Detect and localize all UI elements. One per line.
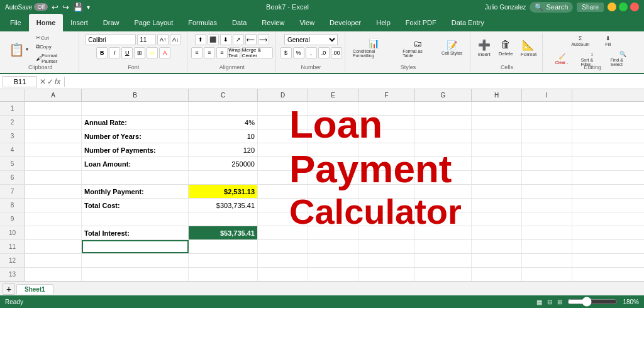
tab-view[interactable]: View bbox=[292, 14, 322, 31]
format-table-button[interactable]: 🗂 Format as Table bbox=[400, 37, 435, 59]
cell-e6[interactable] bbox=[308, 171, 358, 184]
cell-h12[interactable] bbox=[472, 254, 522, 267]
fill-button[interactable]: ⬇ Fill bbox=[597, 34, 619, 48]
tab-foxit[interactable]: Foxit PDF bbox=[398, 14, 444, 31]
cell-i9[interactable] bbox=[522, 212, 572, 226]
cell-e12[interactable] bbox=[308, 254, 358, 267]
cut-button[interactable]: ✂ Cut bbox=[34, 34, 75, 41]
col-header-i[interactable]: I bbox=[522, 89, 572, 101]
cell-e1[interactable] bbox=[308, 102, 358, 115]
cell-d10[interactable] bbox=[258, 226, 308, 239]
indent-decrease[interactable]: ⟵ bbox=[245, 34, 257, 45]
cell-b5[interactable]: Loan Amount: bbox=[82, 157, 189, 170]
cell-e4[interactable] bbox=[308, 143, 358, 156]
cell-g7[interactable] bbox=[415, 185, 472, 198]
cell-e10[interactable] bbox=[308, 226, 358, 239]
tab-developer[interactable]: Developer bbox=[322, 14, 369, 31]
maximize-button[interactable] bbox=[619, 3, 628, 11]
col-header-e[interactable]: E bbox=[308, 89, 358, 101]
insert-button[interactable]: ➕ Insert bbox=[475, 38, 494, 58]
cell-d5[interactable] bbox=[258, 157, 308, 170]
cell-c10[interactable]: $53,735.41 bbox=[189, 226, 258, 239]
cell-h5[interactable] bbox=[472, 157, 522, 170]
cell-i5[interactable] bbox=[522, 157, 572, 170]
cell-f8[interactable] bbox=[358, 199, 415, 212]
tab-data[interactable]: Data bbox=[225, 14, 254, 31]
merge-center-button[interactable]: Merge & Center bbox=[242, 47, 273, 58]
cell-h8[interactable] bbox=[472, 199, 522, 212]
paste-button[interactable]: 📋 ▾ bbox=[6, 34, 33, 65]
conditional-formatting-button[interactable]: 📊 Conditional Formatting bbox=[350, 37, 397, 59]
col-header-b[interactable]: B bbox=[82, 89, 189, 101]
cell-d4[interactable] bbox=[258, 143, 308, 156]
cell-e9[interactable] bbox=[308, 212, 358, 226]
insert-function-icon[interactable]: fx bbox=[55, 77, 60, 86]
cell-f9[interactable] bbox=[358, 212, 415, 226]
col-header-d[interactable]: D bbox=[258, 89, 308, 101]
cell-g1[interactable] bbox=[415, 102, 472, 115]
cell-e2[interactable] bbox=[308, 116, 358, 129]
cell-h6[interactable] bbox=[472, 171, 522, 184]
cell-b10[interactable]: Total Interest: bbox=[82, 226, 189, 239]
cell-b6[interactable] bbox=[82, 171, 189, 184]
cell-f11[interactable] bbox=[358, 240, 415, 253]
tab-page-layout[interactable]: Page Layout bbox=[126, 14, 180, 31]
cell-g5[interactable] bbox=[415, 157, 472, 170]
cell-f5[interactable] bbox=[358, 157, 415, 170]
cell-g8[interactable] bbox=[415, 199, 472, 212]
copy-button[interactable]: ⧉ Copy bbox=[34, 43, 75, 51]
cell-e3[interactable] bbox=[308, 129, 358, 143]
cell-g10[interactable] bbox=[415, 226, 472, 239]
currency-button[interactable]: $ bbox=[280, 47, 292, 58]
cell-c6[interactable] bbox=[189, 171, 258, 184]
cell-b9[interactable] bbox=[82, 212, 189, 226]
cell-g11[interactable] bbox=[415, 240, 472, 253]
cell-h3[interactable] bbox=[472, 129, 522, 143]
cell-c8[interactable]: $303,735.41 bbox=[189, 199, 258, 212]
cell-i13[interactable] bbox=[522, 268, 572, 281]
tab-insert[interactable]: Insert bbox=[63, 14, 96, 31]
cell-c13[interactable] bbox=[189, 268, 258, 281]
cell-d2[interactable] bbox=[258, 116, 308, 129]
cell-i11[interactable] bbox=[522, 240, 572, 253]
cell-styles-button[interactable]: 📝 Cell Styles bbox=[438, 39, 466, 57]
share-button[interactable]: Share bbox=[577, 3, 604, 12]
cell-i8[interactable] bbox=[522, 199, 572, 212]
cell-i1[interactable] bbox=[522, 102, 572, 115]
cell-b2[interactable]: Annual Rate: bbox=[82, 116, 189, 129]
cell-d8[interactable] bbox=[258, 199, 308, 212]
col-header-f[interactable]: F bbox=[358, 89, 415, 101]
orientation-button[interactable]: ↗ bbox=[233, 34, 244, 45]
cell-a2[interactable] bbox=[25, 116, 82, 129]
tab-file[interactable]: File bbox=[3, 14, 29, 31]
cell-f2[interactable] bbox=[358, 116, 415, 129]
cell-i7[interactable] bbox=[522, 185, 572, 198]
clear-button[interactable]: 🧹 Clear - bbox=[548, 52, 576, 66]
cell-h2[interactable] bbox=[472, 116, 522, 129]
align-middle-button[interactable]: ⬛ bbox=[208, 34, 219, 45]
align-right-button[interactable]: ≡ bbox=[216, 47, 228, 58]
cell-g3[interactable] bbox=[415, 129, 472, 143]
cell-f1[interactable] bbox=[358, 102, 415, 115]
add-sheet-button[interactable]: + bbox=[3, 283, 15, 295]
align-bottom-button[interactable]: ⬇ bbox=[220, 34, 231, 45]
cell-c7[interactable]: $2,531.13 bbox=[189, 185, 258, 198]
tab-draw[interactable]: Draw bbox=[96, 14, 127, 31]
cell-g6[interactable] bbox=[415, 171, 472, 184]
decimal-increase[interactable]: .0 bbox=[318, 47, 330, 58]
zoom-slider[interactable] bbox=[567, 297, 618, 307]
format-painter-button[interactable]: 🖌 Format Painter bbox=[34, 52, 75, 65]
confirm-formula-icon[interactable]: ✓ bbox=[47, 77, 53, 86]
cell-d3[interactable] bbox=[258, 129, 308, 143]
undo-icon[interactable]: ↩ bbox=[52, 3, 58, 12]
tab-formulas[interactable]: Formulas bbox=[180, 14, 225, 31]
save-icon[interactable]: 💾 bbox=[73, 3, 83, 12]
cell-g2[interactable] bbox=[415, 116, 472, 129]
cell-b13[interactable] bbox=[82, 268, 189, 281]
cell-g9[interactable] bbox=[415, 212, 472, 226]
cell-b12[interactable] bbox=[82, 254, 189, 267]
cell-d1[interactable] bbox=[258, 102, 308, 115]
cell-c3[interactable]: 10 bbox=[189, 129, 258, 143]
cell-f6[interactable] bbox=[358, 171, 415, 184]
cell-h10[interactable] bbox=[472, 226, 522, 239]
